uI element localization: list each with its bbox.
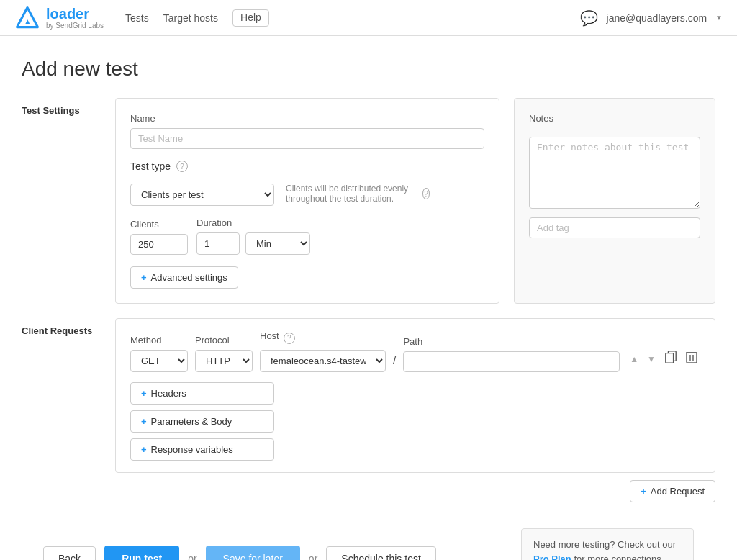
test-settings-label: Test Settings (22, 105, 115, 116)
navbar: ▲ loader by SendGrid Labs Tests Target h… (0, 0, 737, 36)
advanced-settings-plus-icon: + (141, 272, 147, 283)
add-request-row: + Add Request (115, 473, 715, 510)
add-request-plus-icon: + (641, 486, 646, 497)
name-group: Name (130, 113, 484, 149)
expand-buttons-group: + Headers + Parameters & Body + Response… (130, 382, 700, 461)
user-menu-arrow-icon[interactable]: ▼ (715, 14, 723, 22)
slash-divider: / (393, 354, 396, 372)
add-request-button[interactable]: + Add Request (630, 480, 715, 502)
host-help-icon[interactable]: ? (284, 333, 295, 344)
path-group: Path (403, 336, 620, 372)
svg-rect-3 (666, 353, 674, 363)
copy-icon (664, 351, 677, 363)
bottom-bar: Back Run test or Save for later or Sched… (22, 517, 715, 560)
advanced-settings-label: Advanced settings (151, 272, 227, 283)
test-type-hint-help-icon[interactable]: ? (422, 188, 430, 199)
schedule-button[interactable]: Schedule this test (326, 546, 436, 560)
host-label-row: Host ? (260, 330, 386, 346)
host-select[interactable]: femaleocean.s4-tastewp.c (260, 350, 386, 372)
brand-logo-icon: ▲ (14, 5, 40, 31)
promo-text: Need more testing? Check out our (533, 539, 676, 550)
path-label: Path (403, 336, 620, 347)
notes-textarea[interactable] (529, 137, 700, 209)
duration-label: Duration (196, 217, 310, 228)
headers-plus-icon: + (141, 388, 147, 399)
test-type-help-icon[interactable]: ? (176, 161, 188, 172)
tag-input[interactable] (529, 217, 700, 238)
promo-box: Need more testing? Check out our Pro Pla… (521, 528, 694, 560)
page-content: Add new test Test Settings Name Test typ… (0, 36, 737, 560)
request-action-icons (627, 349, 700, 372)
delete-request-button[interactable] (683, 349, 700, 368)
test-type-label: Test type (130, 161, 171, 172)
response-label: Response variables (151, 444, 233, 455)
test-settings-row: Name Test type ? Clients per test Client… (115, 98, 715, 304)
method-select[interactable]: GETPOSTPUTDELETEPATCH (130, 350, 188, 372)
brand-sub: by SendGrid Labs (46, 22, 104, 30)
arrow-down-icon (647, 352, 656, 364)
trash-icon (686, 351, 697, 363)
test-type-select[interactable]: Clients per test Clients per second Main… (130, 184, 274, 206)
clients-group: Clients (130, 219, 188, 255)
method-group: Method GETPOSTPUTDELETEPATCH (130, 335, 188, 372)
notes-card: Notes (514, 98, 715, 304)
copy-request-button[interactable] (661, 349, 680, 368)
back-button[interactable]: Back (43, 546, 96, 560)
clients-label: Clients (130, 219, 188, 230)
path-input[interactable] (403, 351, 620, 372)
run-test-button[interactable]: Run test (104, 546, 179, 560)
page-title: Add new test (22, 58, 715, 81)
messages-icon[interactable]: 💬 (580, 9, 598, 27)
brand: ▲ loader by SendGrid Labs (14, 5, 104, 31)
nav-help[interactable]: Help (232, 9, 269, 27)
svg-text:▲: ▲ (24, 17, 32, 26)
arrow-up-icon (630, 352, 638, 364)
brand-text: loader by SendGrid Labs (46, 6, 104, 30)
client-requests-label: Client Requests (22, 325, 115, 336)
navbar-right: 💬 jane@quadlayers.com ▼ (580, 9, 723, 27)
test-type-row: Test type ? (130, 161, 484, 172)
client-requests-content: Method GETPOSTPUTDELETEPATCH Protocol HT… (115, 318, 715, 510)
add-request-label: Add Request (651, 486, 705, 497)
user-menu[interactable]: jane@quadlayers.com (607, 12, 707, 24)
name-input[interactable] (130, 128, 484, 149)
clients-input[interactable] (130, 234, 188, 255)
promo-link[interactable]: Pro Plan (533, 554, 571, 561)
params-body-button[interactable]: + Parameters & Body (130, 410, 274, 433)
name-label: Name (130, 113, 484, 124)
duration-group: Duration Min Sec Hr (196, 217, 310, 255)
params-plus-icon: + (141, 416, 147, 427)
host-group: Host ? femaleocean.s4-tastewp.c (260, 330, 386, 372)
move-down-button[interactable] (644, 351, 659, 366)
client-requests-card: Method GETPOSTPUTDELETEPATCH Protocol HT… (115, 318, 715, 473)
test-type-form-row: Clients per test Clients per second Main… (130, 184, 484, 206)
duration-unit-select[interactable]: Min Sec Hr (245, 232, 310, 255)
client-requests-section: Client Requests Method GETPOSTPUTDELETEP… (22, 318, 715, 510)
protocol-label: Protocol (195, 335, 253, 346)
method-label: Method (130, 335, 188, 346)
nav-tests[interactable]: Tests (125, 9, 149, 27)
test-settings-content: Name Test type ? Clients per test Client… (115, 98, 715, 304)
nav-links: Tests Target hosts Help (125, 9, 269, 27)
move-up-button[interactable] (627, 351, 641, 366)
advanced-settings-button[interactable]: + Advanced settings (130, 266, 238, 289)
svg-rect-4 (687, 353, 697, 363)
headers-button[interactable]: + Headers (130, 382, 274, 405)
save-later-button[interactable]: Save for later (206, 546, 300, 560)
brand-name: loader (46, 6, 104, 22)
request-fields-row: Method GETPOSTPUTDELETEPATCH Protocol HT… (130, 330, 700, 372)
or-text-2: or (309, 553, 317, 560)
params-label: Parameters & Body (151, 416, 232, 427)
host-label: Host (260, 330, 279, 341)
nav-target-hosts[interactable]: Target hosts (163, 9, 218, 27)
response-plus-icon: + (141, 444, 147, 455)
notes-label: Notes (529, 113, 700, 124)
response-variables-button[interactable]: + Response variables (130, 438, 274, 461)
clients-duration-row: Clients Duration Min Sec Hr (130, 217, 484, 255)
headers-label: Headers (151, 388, 186, 399)
test-settings-section: Test Settings Name Test type ? (22, 98, 715, 304)
protocol-select[interactable]: HTTPHTTPS (195, 350, 253, 372)
or-text-1: or (188, 553, 196, 560)
duration-input[interactable] (196, 232, 240, 255)
test-settings-card: Name Test type ? Clients per test Client… (115, 98, 499, 304)
